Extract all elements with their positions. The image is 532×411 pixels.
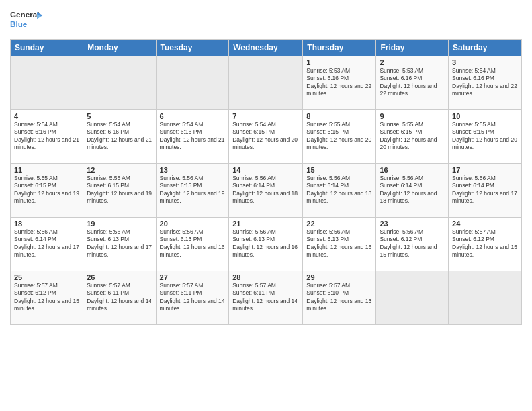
- day-number: 11: [14, 166, 79, 174]
- calendar-header-row: SundayMondayTuesdayWednesdayThursdayFrid…: [11, 40, 522, 56]
- day-info: Sunrise: 5:54 AMSunset: 6:15 PMDaylight:…: [232, 121, 299, 152]
- calendar-cell: 4Sunrise: 5:54 AMSunset: 6:16 PMDaylight…: [11, 110, 83, 164]
- day-info: Sunrise: 5:57 AMSunset: 6:11 PMDaylight:…: [232, 282, 299, 313]
- day-number: 29: [306, 273, 372, 281]
- page-container: General Blue SundayMondayTuesdayWednesda…: [0, 0, 532, 411]
- calendar-cell: 19Sunrise: 5:56 AMSunset: 6:13 PMDayligh…: [83, 218, 156, 271]
- day-number: 14: [232, 166, 299, 174]
- column-header-friday: Friday: [376, 40, 449, 56]
- calendar-cell: 2Sunrise: 5:53 AMSunset: 6:16 PMDaylight…: [376, 56, 449, 110]
- column-header-sunday: Sunday: [11, 40, 83, 56]
- calendar-cell: 27Sunrise: 5:57 AMSunset: 6:11 PMDayligh…: [156, 271, 229, 325]
- day-info: Sunrise: 5:56 AMSunset: 6:13 PMDaylight:…: [232, 228, 299, 259]
- day-info: Sunrise: 5:57 AMSunset: 6:11 PMDaylight:…: [87, 282, 152, 313]
- day-info: Sunrise: 5:55 AMSunset: 6:15 PMDaylight:…: [380, 121, 445, 152]
- calendar-cell: 12Sunrise: 5:55 AMSunset: 6:15 PMDayligh…: [83, 164, 156, 218]
- day-number: 24: [452, 220, 518, 228]
- day-info: Sunrise: 5:53 AMSunset: 6:16 PMDaylight:…: [306, 67, 372, 98]
- day-number: 5: [87, 112, 152, 120]
- day-info: Sunrise: 5:56 AMSunset: 6:13 PMDaylight:…: [87, 228, 152, 259]
- calendar-cell: 6Sunrise: 5:54 AMSunset: 6:16 PMDaylight…: [156, 110, 229, 164]
- day-number: 10: [452, 112, 518, 120]
- column-header-saturday: Saturday: [449, 40, 522, 56]
- day-number: 13: [160, 166, 226, 174]
- day-number: 4: [14, 112, 79, 120]
- day-info: Sunrise: 5:56 AMSunset: 6:14 PMDaylight:…: [380, 175, 445, 205]
- column-header-thursday: Thursday: [303, 40, 376, 56]
- day-number: 23: [380, 220, 445, 228]
- calendar-cell: 24Sunrise: 5:57 AMSunset: 6:12 PMDayligh…: [449, 218, 522, 271]
- column-header-tuesday: Tuesday: [156, 40, 229, 56]
- svg-text:Blue: Blue: [10, 19, 28, 28]
- page-header: General Blue: [10, 7, 522, 34]
- calendar-cell: 17Sunrise: 5:56 AMSunset: 6:14 PMDayligh…: [449, 164, 522, 218]
- day-number: 22: [306, 220, 372, 228]
- day-info: Sunrise: 5:56 AMSunset: 6:15 PMDaylight:…: [160, 175, 226, 205]
- calendar-cell: 23Sunrise: 5:56 AMSunset: 6:12 PMDayligh…: [376, 218, 449, 271]
- day-info: Sunrise: 5:57 AMSunset: 6:12 PMDaylight:…: [452, 228, 518, 259]
- calendar-cell: 8Sunrise: 5:55 AMSunset: 6:15 PMDaylight…: [303, 110, 376, 164]
- day-info: Sunrise: 5:55 AMSunset: 6:15 PMDaylight:…: [87, 175, 152, 205]
- calendar-cell: [11, 56, 83, 110]
- calendar-cell: [376, 271, 449, 325]
- calendar-week-1: 1Sunrise: 5:53 AMSunset: 6:16 PMDaylight…: [11, 56, 522, 110]
- day-info: Sunrise: 5:54 AMSunset: 6:16 PMDaylight:…: [160, 121, 226, 152]
- day-number: 15: [306, 166, 372, 174]
- calendar-week-2: 4Sunrise: 5:54 AMSunset: 6:16 PMDaylight…: [11, 110, 522, 164]
- calendar-cell: 11Sunrise: 5:55 AMSunset: 6:15 PMDayligh…: [11, 164, 83, 218]
- calendar-cell: 16Sunrise: 5:56 AMSunset: 6:14 PMDayligh…: [376, 164, 449, 218]
- calendar-cell: 26Sunrise: 5:57 AMSunset: 6:11 PMDayligh…: [83, 271, 156, 325]
- column-header-wednesday: Wednesday: [229, 40, 303, 56]
- day-number: 27: [160, 273, 226, 281]
- logo: General Blue: [10, 7, 44, 34]
- day-number: 26: [87, 273, 152, 281]
- day-info: Sunrise: 5:57 AMSunset: 6:11 PMDaylight:…: [160, 282, 226, 313]
- day-info: Sunrise: 5:53 AMSunset: 6:16 PMDaylight:…: [380, 67, 445, 98]
- calendar-cell: 7Sunrise: 5:54 AMSunset: 6:15 PMDaylight…: [229, 110, 303, 164]
- calendar-cell: 13Sunrise: 5:56 AMSunset: 6:15 PMDayligh…: [156, 164, 229, 218]
- day-info: Sunrise: 5:56 AMSunset: 6:14 PMDaylight:…: [452, 175, 518, 205]
- calendar-cell: 18Sunrise: 5:56 AMSunset: 6:14 PMDayligh…: [11, 218, 83, 271]
- day-info: Sunrise: 5:56 AMSunset: 6:14 PMDaylight:…: [14, 228, 79, 259]
- day-info: Sunrise: 5:56 AMSunset: 6:14 PMDaylight:…: [306, 175, 372, 205]
- calendar-cell: [83, 56, 156, 110]
- calendar-cell: 9Sunrise: 5:55 AMSunset: 6:15 PMDaylight…: [376, 110, 449, 164]
- day-info: Sunrise: 5:56 AMSunset: 6:14 PMDaylight:…: [232, 175, 299, 205]
- svg-text:General: General: [10, 10, 39, 19]
- column-header-monday: Monday: [83, 40, 156, 56]
- calendar-cell: 21Sunrise: 5:56 AMSunset: 6:13 PMDayligh…: [229, 218, 303, 271]
- day-number: 20: [160, 220, 226, 228]
- calendar-cell: [449, 271, 522, 325]
- day-info: Sunrise: 5:54 AMSunset: 6:16 PMDaylight:…: [87, 121, 152, 152]
- day-info: Sunrise: 5:54 AMSunset: 6:16 PMDaylight:…: [452, 67, 518, 98]
- calendar-cell: 10Sunrise: 5:55 AMSunset: 6:15 PMDayligh…: [449, 110, 522, 164]
- day-info: Sunrise: 5:57 AMSunset: 6:12 PMDaylight:…: [14, 282, 79, 313]
- calendar-cell: 22Sunrise: 5:56 AMSunset: 6:13 PMDayligh…: [303, 218, 376, 271]
- calendar-cell: 29Sunrise: 5:57 AMSunset: 6:10 PMDayligh…: [303, 271, 376, 325]
- day-number: 9: [380, 112, 445, 120]
- day-number: 12: [87, 166, 152, 174]
- day-info: Sunrise: 5:56 AMSunset: 6:13 PMDaylight:…: [306, 228, 372, 259]
- calendar-cell: 25Sunrise: 5:57 AMSunset: 6:12 PMDayligh…: [11, 271, 83, 325]
- calendar-body: 1Sunrise: 5:53 AMSunset: 6:16 PMDaylight…: [11, 56, 522, 325]
- logo-icon: General Blue: [10, 7, 44, 34]
- calendar-cell: [229, 56, 303, 110]
- day-number: 7: [232, 112, 299, 120]
- day-info: Sunrise: 5:55 AMSunset: 6:15 PMDaylight:…: [14, 175, 79, 205]
- calendar-cell: 14Sunrise: 5:56 AMSunset: 6:14 PMDayligh…: [229, 164, 303, 218]
- day-number: 25: [14, 273, 79, 281]
- calendar-table: SundayMondayTuesdayWednesdayThursdayFrid…: [10, 39, 522, 325]
- calendar-cell: 15Sunrise: 5:56 AMSunset: 6:14 PMDayligh…: [303, 164, 376, 218]
- day-number: 1: [306, 58, 372, 66]
- calendar-cell: 1Sunrise: 5:53 AMSunset: 6:16 PMDaylight…: [303, 56, 376, 110]
- day-info: Sunrise: 5:55 AMSunset: 6:15 PMDaylight:…: [306, 121, 372, 152]
- day-info: Sunrise: 5:56 AMSunset: 6:12 PMDaylight:…: [380, 228, 445, 259]
- calendar-week-4: 18Sunrise: 5:56 AMSunset: 6:14 PMDayligh…: [11, 218, 522, 271]
- day-number: 6: [160, 112, 226, 120]
- day-info: Sunrise: 5:57 AMSunset: 6:10 PMDaylight:…: [306, 282, 372, 313]
- day-number: 8: [306, 112, 372, 120]
- day-number: 18: [14, 220, 79, 228]
- day-number: 21: [232, 220, 299, 228]
- calendar-cell: 20Sunrise: 5:56 AMSunset: 6:13 PMDayligh…: [156, 218, 229, 271]
- calendar-week-5: 25Sunrise: 5:57 AMSunset: 6:12 PMDayligh…: [11, 271, 522, 325]
